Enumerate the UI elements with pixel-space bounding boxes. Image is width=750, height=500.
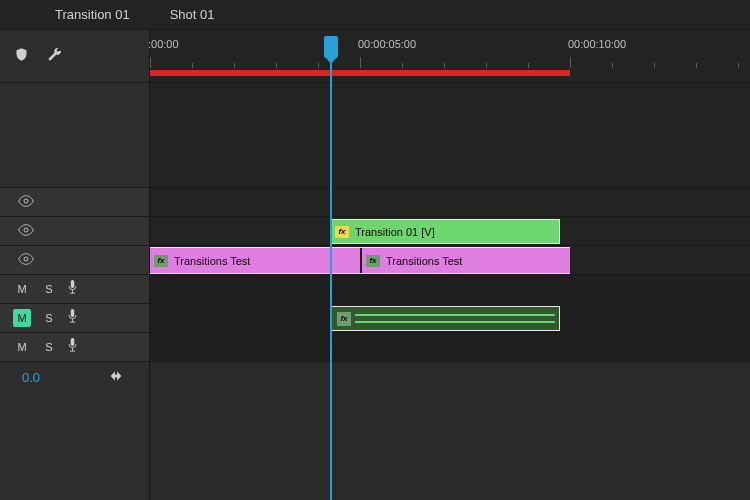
timeline-tools-row (0, 30, 149, 83)
mute-button[interactable]: M (13, 309, 31, 327)
ruler-time-label: :00:00 (148, 38, 179, 50)
tracks-body: fx Transition 01 [V] fx Transitions Test… (150, 83, 750, 500)
video-track-v3[interactable] (150, 188, 750, 217)
timeline-window: Transition 01 Shot 01 (0, 0, 750, 500)
audio-track-a3[interactable] (150, 333, 750, 362)
svg-point-2 (24, 257, 28, 261)
svg-point-1 (24, 228, 28, 232)
time-ruler[interactable]: :00:0000:00:05:0000:00:10:00 (150, 30, 750, 83)
fx-badge-icon: fx (366, 255, 380, 267)
shield-icon[interactable] (14, 47, 29, 66)
audio-track-a2[interactable]: fx (150, 304, 750, 333)
timeline-area[interactable]: :00:0000:00:05:0000:00:10:00 fx Transiti… (150, 30, 750, 500)
clip-transitions-test-b[interactable]: fx Transitions Test (362, 248, 570, 273)
sequence-tab-0[interactable]: Transition 01 (55, 7, 130, 22)
mute-button[interactable]: M (13, 280, 31, 298)
master-row: 0.0 (0, 362, 149, 392)
timeline-main: M S M S M S 0.0 :00:0000:00:05:00 (0, 30, 750, 500)
ruler-time-label: 00:00:10:00 (568, 38, 626, 50)
track-headers-column: M S M S M S 0.0 (0, 30, 150, 500)
video-track-v2[interactable]: fx Transition 01 [V] (150, 217, 750, 246)
solo-button[interactable]: S (40, 280, 58, 298)
fx-badge-icon: fx (154, 255, 168, 267)
eye-icon[interactable] (18, 222, 34, 240)
fx-badge-icon: fx (337, 312, 351, 326)
clip-audio[interactable]: fx (330, 306, 560, 331)
fx-badge-icon: fx (335, 226, 349, 238)
snap-icon[interactable] (110, 368, 126, 386)
header-spacer (0, 83, 149, 188)
playhead-line (330, 48, 332, 500)
svg-rect-3 (71, 280, 75, 288)
mute-button[interactable]: M (13, 338, 31, 356)
clip-label: Transition 01 [V] (355, 226, 435, 238)
eye-icon[interactable] (18, 251, 34, 269)
video-track-v1[interactable]: fx Transitions Test fx Transitions Test (150, 246, 750, 275)
playhead-handle[interactable] (324, 36, 338, 58)
clip-transition01[interactable]: fx Transition 01 [V] (330, 219, 560, 244)
audio-track-header-a1[interactable]: M S (0, 275, 149, 304)
clip-label: Transitions Test (174, 255, 250, 267)
master-pan-value[interactable]: 0.0 (22, 370, 40, 385)
clip-label: Transitions Test (386, 255, 462, 267)
audio-track-a1[interactable] (150, 275, 750, 304)
video-track-header-v1[interactable] (0, 246, 149, 275)
solo-button[interactable]: S (40, 338, 58, 356)
video-track-header-v2[interactable] (0, 217, 149, 246)
mic-icon[interactable] (67, 309, 78, 327)
wrench-icon[interactable] (47, 47, 62, 66)
svg-point-0 (24, 199, 28, 203)
ruler-time-label: 00:00:05:00 (358, 38, 416, 50)
mic-icon[interactable] (67, 280, 78, 298)
audio-track-header-a2[interactable]: M S (0, 304, 149, 333)
timeline-empty-area (150, 362, 750, 500)
svg-rect-4 (71, 309, 75, 317)
eye-icon[interactable] (18, 193, 34, 211)
video-track-header-v3[interactable] (0, 188, 149, 217)
work-area-bar[interactable] (150, 70, 570, 76)
sequence-tab-bar: Transition 01 Shot 01 (0, 0, 750, 30)
sequence-tab-1[interactable]: Shot 01 (170, 7, 215, 22)
audio-track-header-a3[interactable]: M S (0, 333, 149, 362)
svg-rect-5 (71, 338, 75, 346)
solo-button[interactable]: S (40, 309, 58, 327)
clip-transitions-test-a[interactable]: fx Transitions Test (150, 248, 360, 273)
mic-icon[interactable] (67, 338, 78, 356)
